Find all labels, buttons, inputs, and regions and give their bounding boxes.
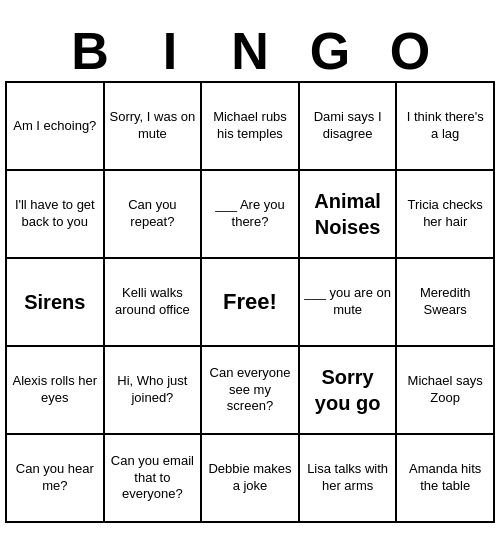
bingo-cell-11: Kelli walks around office xyxy=(105,259,203,347)
bingo-cell-14: Meredith Swears xyxy=(397,259,495,347)
bingo-cell-0: Am I echoing? xyxy=(7,83,105,171)
bingo-cell-3: Dami says I disagree xyxy=(300,83,398,171)
bingo-header: BINGO xyxy=(5,21,495,81)
bingo-cell-8: Animal Noises xyxy=(300,171,398,259)
bingo-letter-b: B xyxy=(50,21,130,81)
bingo-cell-23: Lisa talks with her arms xyxy=(300,435,398,523)
bingo-cell-12: Free! xyxy=(202,259,300,347)
bingo-cell-21: Can you email that to everyone? xyxy=(105,435,203,523)
bingo-cell-7: ___ Are you there? xyxy=(202,171,300,259)
bingo-grid: Am I echoing?Sorry, I was on muteMichael… xyxy=(5,81,495,523)
bingo-cell-10: Sirens xyxy=(7,259,105,347)
bingo-letter-n: N xyxy=(210,21,290,81)
bingo-card: BINGO Am I echoing?Sorry, I was on muteM… xyxy=(5,21,495,523)
bingo-cell-18: Sorry you go xyxy=(300,347,398,435)
bingo-cell-20: Can you hear me? xyxy=(7,435,105,523)
bingo-letter-g: G xyxy=(290,21,370,81)
bingo-letter-i: I xyxy=(130,21,210,81)
bingo-cell-6: Can you repeat? xyxy=(105,171,203,259)
bingo-letter-o: O xyxy=(370,21,450,81)
bingo-cell-4: I think there's a lag xyxy=(397,83,495,171)
bingo-cell-1: Sorry, I was on mute xyxy=(105,83,203,171)
bingo-cell-17: Can everyone see my screen? xyxy=(202,347,300,435)
bingo-cell-19: Michael says Zoop xyxy=(397,347,495,435)
bingo-cell-15: Alexis rolls her eyes xyxy=(7,347,105,435)
bingo-cell-22: Debbie makes a joke xyxy=(202,435,300,523)
bingo-cell-5: I'll have to get back to you xyxy=(7,171,105,259)
bingo-cell-24: Amanda hits the table xyxy=(397,435,495,523)
bingo-cell-13: ___ you are on mute xyxy=(300,259,398,347)
bingo-cell-16: Hi, Who just joined? xyxy=(105,347,203,435)
bingo-cell-9: Tricia checks her hair xyxy=(397,171,495,259)
bingo-cell-2: Michael rubs his temples xyxy=(202,83,300,171)
